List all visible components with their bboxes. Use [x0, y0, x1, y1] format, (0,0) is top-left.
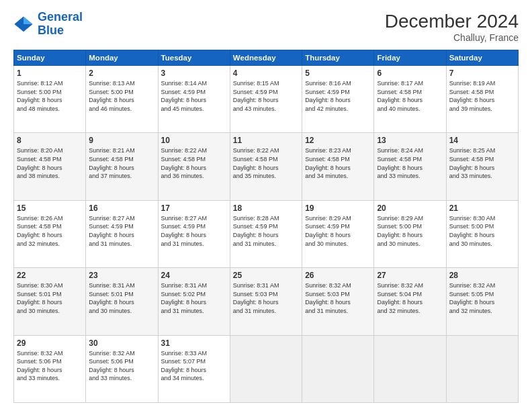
day-info: Sunrise: 8:17 AMSunset: 4:58 PMDaylight:…	[377, 79, 443, 113]
day-number: 23	[89, 271, 154, 280]
calendar-cell: 19Sunrise: 8:29 AMSunset: 4:59 PMDayligh…	[302, 200, 374, 267]
subtitle: Challuy, France	[385, 32, 519, 43]
day-number: 15	[17, 203, 83, 213]
title-section: December 2024 Challuy, France	[385, 11, 519, 43]
day-info: Sunrise: 8:19 AMSunset: 4:58 PMDaylight:…	[449, 79, 515, 113]
calendar-cell: 29Sunrise: 8:32 AMSunset: 5:06 PMDayligh…	[14, 335, 86, 402]
day-number: 18	[233, 203, 299, 213]
day-number: 28	[449, 271, 515, 280]
day-info: Sunrise: 8:24 AMSunset: 4:58 PMDaylight:…	[377, 146, 443, 180]
day-number: 13	[377, 136, 443, 145]
calendar-week-2: 8Sunrise: 8:20 AMSunset: 4:58 PMDaylight…	[14, 133, 519, 200]
calendar-cell	[446, 335, 518, 402]
logo-line2: Blue	[38, 24, 64, 37]
calendar-cell: 25Sunrise: 8:31 AMSunset: 5:03 PMDayligh…	[230, 268, 302, 335]
calendar-cell: 1Sunrise: 8:12 AMSunset: 5:00 PMDaylight…	[14, 66, 86, 133]
day-number: 9	[89, 136, 154, 145]
day-info: Sunrise: 8:26 AMSunset: 4:58 PMDaylight:…	[17, 214, 83, 248]
day-info: Sunrise: 8:33 AMSunset: 5:07 PMDaylight:…	[161, 349, 227, 383]
calendar-cell: 28Sunrise: 8:32 AMSunset: 5:05 PMDayligh…	[446, 268, 518, 335]
calendar-cell: 11Sunrise: 8:22 AMSunset: 4:58 PMDayligh…	[230, 133, 302, 200]
calendar-cell	[374, 335, 446, 402]
day-info: Sunrise: 8:32 AMSunset: 5:06 PMDaylight:…	[89, 349, 154, 383]
day-info: Sunrise: 8:13 AMSunset: 5:00 PMDaylight:…	[89, 79, 154, 113]
day-number: 1	[17, 68, 83, 78]
col-header-wednesday: Wednesday	[230, 50, 302, 66]
day-info: Sunrise: 8:12 AMSunset: 5:00 PMDaylight:…	[17, 79, 83, 113]
calendar-week-3: 15Sunrise: 8:26 AMSunset: 4:58 PMDayligh…	[14, 200, 519, 267]
calendar-cell: 26Sunrise: 8:32 AMSunset: 5:03 PMDayligh…	[302, 268, 374, 335]
day-number: 4	[233, 68, 299, 78]
calendar-cell: 12Sunrise: 8:23 AMSunset: 4:58 PMDayligh…	[302, 133, 374, 200]
day-info: Sunrise: 8:28 AMSunset: 4:59 PMDaylight:…	[233, 214, 299, 248]
day-info: Sunrise: 8:32 AMSunset: 5:03 PMDaylight:…	[305, 281, 371, 315]
calendar-cell: 5Sunrise: 8:16 AMSunset: 4:59 PMDaylight…	[302, 66, 374, 133]
day-number: 19	[305, 203, 371, 213]
day-info: Sunrise: 8:31 AMSunset: 5:02 PMDaylight:…	[161, 281, 227, 315]
day-info: Sunrise: 8:23 AMSunset: 4:58 PMDaylight:…	[305, 146, 371, 180]
day-number: 20	[377, 203, 443, 213]
day-info: Sunrise: 8:31 AMSunset: 5:03 PMDaylight:…	[233, 281, 299, 315]
calendar-cell: 6Sunrise: 8:17 AMSunset: 4:58 PMDaylight…	[374, 66, 446, 133]
day-number: 22	[17, 271, 83, 280]
calendar-cell: 13Sunrise: 8:24 AMSunset: 4:58 PMDayligh…	[374, 133, 446, 200]
col-header-friday: Friday	[374, 50, 446, 66]
day-info: Sunrise: 8:25 AMSunset: 4:58 PMDaylight:…	[449, 146, 515, 180]
calendar-cell: 10Sunrise: 8:22 AMSunset: 4:58 PMDayligh…	[158, 133, 230, 200]
calendar-cell: 14Sunrise: 8:25 AMSunset: 4:58 PMDayligh…	[446, 133, 518, 200]
calendar-week-1: 1Sunrise: 8:12 AMSunset: 5:00 PMDaylight…	[14, 66, 519, 133]
calendar-cell: 22Sunrise: 8:30 AMSunset: 5:01 PMDayligh…	[14, 268, 86, 335]
calendar-cell: 7Sunrise: 8:19 AMSunset: 4:58 PMDaylight…	[446, 66, 518, 133]
day-info: Sunrise: 8:32 AMSunset: 5:06 PMDaylight:…	[17, 349, 83, 383]
header-row: SundayMondayTuesdayWednesdayThursdayFrid…	[14, 50, 519, 66]
day-info: Sunrise: 8:14 AMSunset: 4:59 PMDaylight:…	[161, 79, 227, 113]
day-number: 8	[17, 136, 83, 145]
col-header-tuesday: Tuesday	[158, 50, 230, 66]
day-info: Sunrise: 8:21 AMSunset: 4:58 PMDaylight:…	[89, 146, 154, 180]
day-number: 10	[161, 136, 227, 145]
calendar-cell: 27Sunrise: 8:32 AMSunset: 5:04 PMDayligh…	[374, 268, 446, 335]
day-info: Sunrise: 8:30 AMSunset: 5:01 PMDaylight:…	[17, 281, 83, 315]
day-number: 31	[161, 338, 227, 348]
calendar-cell: 18Sunrise: 8:28 AMSunset: 4:59 PMDayligh…	[230, 200, 302, 267]
header: General Blue December 2024 Challuy, Fran…	[13, 11, 519, 43]
day-info: Sunrise: 8:27 AMSunset: 4:59 PMDaylight:…	[161, 214, 227, 248]
calendar-week-5: 29Sunrise: 8:32 AMSunset: 5:06 PMDayligh…	[14, 335, 519, 402]
calendar-cell: 4Sunrise: 8:15 AMSunset: 4:59 PMDaylight…	[230, 66, 302, 133]
main-title: December 2024	[385, 11, 519, 32]
calendar-cell: 3Sunrise: 8:14 AMSunset: 4:59 PMDaylight…	[158, 66, 230, 133]
calendar-cell	[302, 335, 374, 402]
calendar-cell: 21Sunrise: 8:30 AMSunset: 5:00 PMDayligh…	[446, 200, 518, 267]
day-number: 14	[449, 136, 515, 145]
calendar-cell: 2Sunrise: 8:13 AMSunset: 5:00 PMDaylight…	[86, 66, 158, 133]
logo-icon	[13, 14, 34, 34]
col-header-sunday: Sunday	[14, 50, 86, 66]
logo-line1: General	[38, 10, 83, 24]
svg-marker-2	[15, 17, 24, 24]
day-number: 26	[305, 271, 371, 280]
col-header-thursday: Thursday	[302, 50, 374, 66]
day-number: 12	[305, 136, 371, 145]
day-number: 3	[161, 68, 227, 78]
col-header-monday: Monday	[86, 50, 158, 66]
day-number: 16	[89, 203, 154, 213]
logo-text: General Blue	[38, 11, 83, 38]
day-number: 6	[377, 68, 443, 78]
col-header-saturday: Saturday	[446, 50, 518, 66]
calendar-week-4: 22Sunrise: 8:30 AMSunset: 5:01 PMDayligh…	[14, 268, 519, 335]
day-info: Sunrise: 8:22 AMSunset: 4:58 PMDaylight:…	[233, 146, 299, 180]
day-number: 27	[377, 271, 443, 280]
day-info: Sunrise: 8:31 AMSunset: 5:01 PMDaylight:…	[89, 281, 154, 315]
day-number: 11	[233, 136, 299, 145]
calendar-cell: 16Sunrise: 8:27 AMSunset: 4:59 PMDayligh…	[86, 200, 158, 267]
day-info: Sunrise: 8:29 AMSunset: 4:59 PMDaylight:…	[305, 214, 371, 248]
page: General Blue December 2024 Challuy, Fran…	[0, 0, 532, 411]
logo: General Blue	[13, 11, 83, 38]
day-number: 30	[89, 338, 154, 348]
day-number: 25	[233, 271, 299, 280]
calendar-table: SundayMondayTuesdayWednesdayThursdayFrid…	[13, 50, 519, 403]
calendar-cell: 15Sunrise: 8:26 AMSunset: 4:58 PMDayligh…	[14, 200, 86, 267]
day-info: Sunrise: 8:29 AMSunset: 5:00 PMDaylight:…	[377, 214, 443, 248]
calendar-cell: 17Sunrise: 8:27 AMSunset: 4:59 PMDayligh…	[158, 200, 230, 267]
day-number: 21	[449, 203, 515, 213]
